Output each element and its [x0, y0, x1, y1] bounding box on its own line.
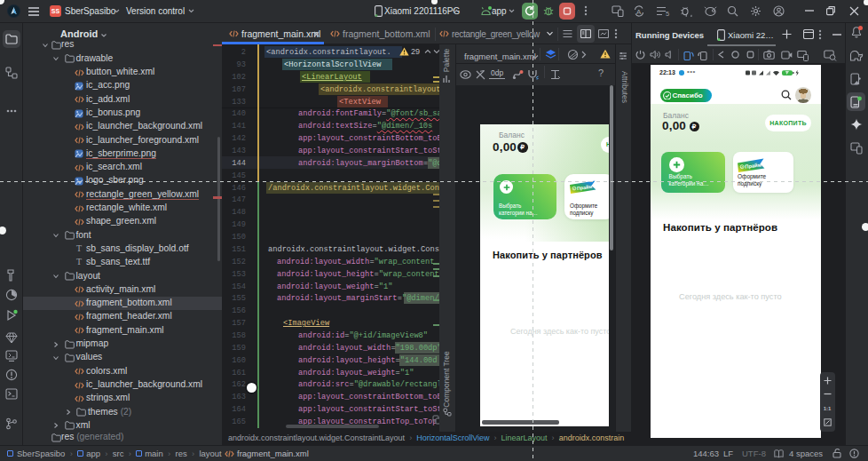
svg-text:A: A	[636, 8, 642, 16]
svg-text:5: 5	[666, 10, 669, 16]
